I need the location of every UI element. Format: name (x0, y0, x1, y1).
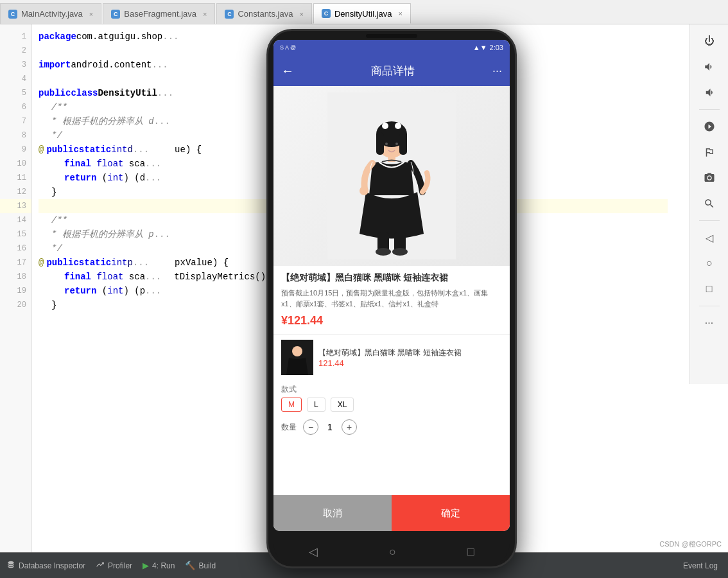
time-display: 2:03 (490, 44, 503, 51)
tab-mainactivity[interactable]: C MainActivity.java × (0, 3, 101, 24)
svg-point-16 (292, 346, 302, 356)
tab-icon-basefragment: C (111, 10, 120, 19)
phone-nav-bar: ◁ ○ □ (273, 537, 510, 566)
line-num-8: 8 (0, 128, 31, 143)
phone-recent-button[interactable]: □ (467, 545, 474, 559)
event-log-button[interactable]: Event Log (683, 561, 718, 570)
app-title: 商品详情 (299, 64, 487, 78)
line-num-16: 16 (0, 241, 31, 256)
phone-screen[interactable]: S A @ ▲▼ 2:03 ← 商品详情 ··· (273, 40, 510, 531)
back-button[interactable]: ← (281, 64, 294, 78)
more-button[interactable]: ··· (492, 64, 502, 78)
cancel-button[interactable]: 取消 (273, 495, 392, 531)
qty-value: 1 (324, 422, 336, 432)
build-icon: 🔨 (185, 561, 195, 570)
phone-emulator: S A @ ▲▼ 2:03 ← 商品详情 ··· (266, 29, 517, 568)
right-toolbar: ⏻ ◁ ○ □ ··· (689, 24, 728, 384)
product-description: 预售截止10月15日，预售期为限量礼盒版，包括特制木盒x1、画集x1、邮票x1套… (281, 288, 502, 309)
size-m[interactable]: M (281, 398, 302, 412)
camera-button[interactable] (698, 166, 721, 189)
sku-name: 【绝对萌域】黑白猫咪 黑喵咪 短袖连衣裙 (318, 347, 502, 358)
line-num-20: 20 (0, 298, 31, 312)
tab-icon-mainactivity: C (8, 10, 17, 19)
zoom-button[interactable] (698, 192, 721, 215)
volume-down-button[interactable] (698, 81, 721, 104)
product-info: 【绝对萌域】黑白猫咪 黑喵咪 短袖连衣裙 预售截止10月15日，预售期为限量礼盒… (273, 266, 510, 334)
line-num-11: 11 (0, 171, 31, 185)
product-title: 【绝对萌域】黑白猫咪 黑喵咪 短袖连衣裙 (281, 272, 502, 284)
bottom-action-buttons: 取消 确定 (273, 495, 510, 531)
undo-button[interactable] (698, 141, 721, 164)
build-button[interactable]: 🔨 Build (185, 561, 216, 570)
profiler-button[interactable]: Profiler (96, 560, 132, 571)
run-button[interactable]: ▶ 4: Run (143, 561, 175, 570)
tab-densityutil[interactable]: C DensityUtil.java × (313, 3, 411, 24)
line-num-2: 2 (0, 44, 31, 58)
sku-thumbnail (281, 340, 313, 375)
size-label: 款式 (281, 384, 502, 395)
line-num-1: 1 (0, 30, 31, 44)
tab-label-constants: Constants.java (238, 9, 293, 19)
home-nav-button[interactable]: ○ (698, 252, 721, 275)
qty-section: 数量 − 1 + (273, 416, 510, 439)
recent-nav-button[interactable]: □ (698, 277, 721, 301)
size-l[interactable]: L (307, 398, 325, 412)
line-num-15: 15 (0, 227, 31, 241)
power-button[interactable]: ⏻ (698, 30, 721, 53)
tab-icon-constants: C (225, 10, 234, 19)
line-num-3: 3 (0, 58, 31, 72)
run-label: 4: Run (152, 561, 175, 570)
tab-close-constants[interactable]: × (299, 10, 303, 18)
tool-divider-3 (699, 306, 720, 306)
line-numbers: 1 2 3 4 5 6 7 8 9 10 11 12 13 14 15 16 1… (0, 24, 32, 552)
qty-minus-button[interactable]: − (303, 419, 318, 435)
size-section: 款式 M L XL (273, 380, 510, 416)
line-num-10: 10 (0, 157, 31, 171)
line-num-4: 4 (0, 72, 31, 86)
tab-close-densityutil[interactable]: × (398, 10, 402, 17)
qty-label: 数量 (281, 422, 297, 433)
app-topbar: ← 商品详情 ··· (273, 55, 510, 86)
status-icons: S A @ (280, 44, 296, 51)
confirm-button[interactable]: 确定 (392, 495, 510, 531)
run-icon: ▶ (143, 561, 149, 570)
line-num-17: 17 (0, 256, 31, 270)
volume-up-button[interactable] (698, 55, 721, 78)
svg-point-5 (382, 123, 388, 129)
status-right: ▲▼ 2:03 (473, 44, 503, 51)
tool-divider-1 (699, 109, 720, 110)
phone-home-button[interactable]: ○ (389, 545, 396, 559)
back-nav-button[interactable]: ◁ (698, 226, 721, 249)
build-label: Build (198, 561, 216, 570)
qty-plus-button[interactable]: + (342, 419, 357, 435)
tab-bar: C MainActivity.java × C BaseFragment.jav… (0, 0, 728, 24)
profiler-label: Profiler (108, 561, 132, 570)
qty-controls: − 1 + (303, 419, 357, 435)
line-num-6: 6 (0, 100, 31, 114)
line-num-12: 12 (0, 185, 31, 199)
database-inspector-button[interactable]: Database Inspector (6, 560, 85, 571)
more-tools-button[interactable]: ··· (698, 311, 721, 335)
tab-basefragment[interactable]: C BaseFragment.java × (103, 3, 215, 24)
size-xl[interactable]: XL (331, 398, 354, 412)
sku-price: 121.44 (318, 358, 502, 368)
line-num-13: 13 (0, 199, 31, 213)
database-inspector-label: Database Inspector (19, 561, 85, 570)
line-num-9: 9 (0, 143, 31, 157)
watermark: CSDN @橙GORPC (659, 539, 722, 549)
tab-constants[interactable]: C Constants.java × (216, 3, 311, 24)
tab-close-basefragment[interactable]: × (203, 10, 207, 18)
product-image (273, 86, 510, 266)
event-log-label: Event Log (683, 561, 718, 570)
rotate-button[interactable] (698, 115, 721, 138)
phone-outer-shell: S A @ ▲▼ 2:03 ← 商品详情 ··· (266, 29, 517, 568)
tool-divider-2 (699, 220, 720, 221)
svg-point-8 (395, 143, 398, 145)
tab-close-mainactivity[interactable]: × (89, 10, 93, 18)
database-icon (6, 560, 15, 571)
phone-notch (366, 34, 417, 38)
line-num-14: 14 (0, 213, 31, 227)
phone-back-button[interactable]: ◁ (309, 545, 318, 559)
status-left: S A @ (280, 44, 296, 51)
size-options: M L XL (281, 398, 502, 412)
